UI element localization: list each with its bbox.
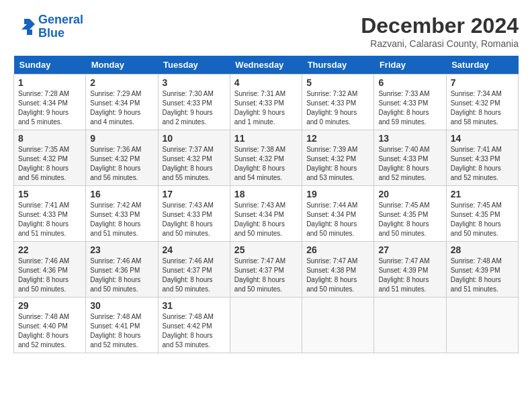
day-info: Sunrise: 7:29 AM Sunset: 4:34 PM Dayligh… xyxy=(90,89,153,127)
day-number: 23 xyxy=(90,244,153,255)
week-row-3: 22Sunrise: 7:46 AM Sunset: 4:36 PM Dayli… xyxy=(14,242,519,298)
day-number: 3 xyxy=(163,77,226,88)
day-number: 13 xyxy=(378,133,441,144)
day-info: Sunrise: 7:47 AM Sunset: 4:39 PM Dayligh… xyxy=(378,257,441,294)
calendar-cell: 7Sunrise: 7:34 AM Sunset: 4:32 PM Daylig… xyxy=(446,75,518,130)
calendar-cell: 4Sunrise: 7:31 AM Sunset: 4:33 PM Daylig… xyxy=(230,75,302,130)
logo: General Blue xyxy=(13,13,83,40)
day-number: 22 xyxy=(18,244,81,255)
day-number: 17 xyxy=(163,189,226,199)
calendar-cell: 20Sunrise: 7:45 AM Sunset: 4:35 PM Dayli… xyxy=(374,186,446,242)
day-number: 9 xyxy=(90,133,153,144)
day-number: 6 xyxy=(378,77,441,88)
calendar-cell: 6Sunrise: 7:33 AM Sunset: 4:33 PM Daylig… xyxy=(374,75,446,130)
calendar-cell: 11Sunrise: 7:38 AM Sunset: 4:32 PM Dayli… xyxy=(230,130,302,186)
day-number: 11 xyxy=(234,133,298,144)
day-info: Sunrise: 7:47 AM Sunset: 4:38 PM Dayligh… xyxy=(306,257,369,294)
day-info: Sunrise: 7:35 AM Sunset: 4:32 PM Dayligh… xyxy=(18,145,81,183)
week-row-2: 15Sunrise: 7:41 AM Sunset: 4:33 PM Dayli… xyxy=(14,186,519,242)
month-title: December 2024 xyxy=(361,13,519,38)
day-info: Sunrise: 7:33 AM Sunset: 4:33 PM Dayligh… xyxy=(378,89,441,127)
logo-text: General Blue xyxy=(38,13,83,40)
day-info: Sunrise: 7:45 AM Sunset: 4:35 PM Dayligh… xyxy=(378,201,441,238)
day-number: 29 xyxy=(18,300,81,311)
day-number: 28 xyxy=(451,244,514,255)
calendar-header-row: SundayMondayTuesdayWednesdayThursdayFrid… xyxy=(14,56,519,75)
day-info: Sunrise: 7:40 AM Sunset: 4:33 PM Dayligh… xyxy=(378,145,441,183)
day-info: Sunrise: 7:41 AM Sunset: 4:33 PM Dayligh… xyxy=(18,201,81,238)
week-row-0: 1Sunrise: 7:28 AM Sunset: 4:34 PM Daylig… xyxy=(14,75,519,130)
day-info: Sunrise: 7:41 AM Sunset: 4:33 PM Dayligh… xyxy=(451,145,514,183)
calendar-cell xyxy=(446,298,518,353)
day-info: Sunrise: 7:37 AM Sunset: 4:32 PM Dayligh… xyxy=(163,145,226,183)
calendar-cell: 25Sunrise: 7:47 AM Sunset: 4:37 PM Dayli… xyxy=(230,242,302,298)
day-number: 27 xyxy=(378,244,441,255)
calendar-cell: 9Sunrise: 7:36 AM Sunset: 4:32 PM Daylig… xyxy=(86,130,158,186)
day-number: 8 xyxy=(18,133,81,144)
calendar-cell: 1Sunrise: 7:28 AM Sunset: 4:34 PM Daylig… xyxy=(14,75,86,130)
calendar-cell: 16Sunrise: 7:42 AM Sunset: 4:33 PM Dayli… xyxy=(86,186,158,242)
calendar-cell: 14Sunrise: 7:41 AM Sunset: 4:33 PM Dayli… xyxy=(446,130,518,186)
calendar-cell: 8Sunrise: 7:35 AM Sunset: 4:32 PM Daylig… xyxy=(14,130,86,186)
day-number: 1 xyxy=(18,77,81,88)
day-number: 5 xyxy=(306,77,369,88)
calendar-cell: 18Sunrise: 7:43 AM Sunset: 4:34 PM Dayli… xyxy=(230,186,302,242)
calendar-cell: 28Sunrise: 7:48 AM Sunset: 4:39 PM Dayli… xyxy=(446,242,518,298)
weekday-header-sunday: Sunday xyxy=(14,56,86,75)
day-info: Sunrise: 7:36 AM Sunset: 4:32 PM Dayligh… xyxy=(90,145,153,183)
weekday-header-saturday: Saturday xyxy=(446,56,518,75)
day-info: Sunrise: 7:38 AM Sunset: 4:32 PM Dayligh… xyxy=(234,145,298,183)
calendar-cell: 12Sunrise: 7:39 AM Sunset: 4:32 PM Dayli… xyxy=(302,130,374,186)
day-number: 18 xyxy=(234,189,298,199)
calendar-cell xyxy=(302,298,374,353)
day-info: Sunrise: 7:46 AM Sunset: 4:36 PM Dayligh… xyxy=(18,257,81,294)
calendar-cell: 24Sunrise: 7:46 AM Sunset: 4:37 PM Dayli… xyxy=(158,242,230,298)
calendar-cell: 15Sunrise: 7:41 AM Sunset: 4:33 PM Dayli… xyxy=(14,186,86,242)
day-number: 31 xyxy=(163,300,226,311)
day-number: 7 xyxy=(451,77,514,88)
calendar-cell: 29Sunrise: 7:48 AM Sunset: 4:40 PM Dayli… xyxy=(14,298,86,353)
day-number: 30 xyxy=(90,300,153,311)
calendar-cell: 21Sunrise: 7:45 AM Sunset: 4:35 PM Dayli… xyxy=(446,186,518,242)
day-number: 12 xyxy=(306,133,369,144)
day-number: 14 xyxy=(451,133,514,144)
week-row-1: 8Sunrise: 7:35 AM Sunset: 4:32 PM Daylig… xyxy=(14,130,519,186)
calendar-cell xyxy=(374,298,446,353)
calendar-cell: 5Sunrise: 7:32 AM Sunset: 4:33 PM Daylig… xyxy=(302,75,374,130)
day-number: 20 xyxy=(378,189,441,199)
weekday-header-wednesday: Wednesday xyxy=(230,56,302,75)
day-info: Sunrise: 7:42 AM Sunset: 4:33 PM Dayligh… xyxy=(90,201,153,238)
day-info: Sunrise: 7:48 AM Sunset: 4:40 PM Dayligh… xyxy=(18,312,81,350)
weekday-header-monday: Monday xyxy=(86,56,158,75)
weekday-header-friday: Friday xyxy=(374,56,446,75)
weekday-header-tuesday: Tuesday xyxy=(158,56,230,75)
title-block: December 2024 Razvani, Calarasi County, … xyxy=(361,13,519,49)
calendar-cell: 22Sunrise: 7:46 AM Sunset: 4:36 PM Dayli… xyxy=(14,242,86,298)
day-info: Sunrise: 7:28 AM Sunset: 4:34 PM Dayligh… xyxy=(18,89,81,127)
day-number: 4 xyxy=(234,77,298,88)
day-info: Sunrise: 7:47 AM Sunset: 4:37 PM Dayligh… xyxy=(234,257,298,294)
day-info: Sunrise: 7:44 AM Sunset: 4:34 PM Dayligh… xyxy=(306,201,369,238)
weekday-header-thursday: Thursday xyxy=(302,56,374,75)
week-row-4: 29Sunrise: 7:48 AM Sunset: 4:40 PM Dayli… xyxy=(14,298,519,353)
day-number: 15 xyxy=(18,189,81,199)
page-header: General Blue December 2024 Razvani, Cala… xyxy=(13,13,519,49)
day-info: Sunrise: 7:48 AM Sunset: 4:42 PM Dayligh… xyxy=(163,312,226,350)
calendar-cell: 26Sunrise: 7:47 AM Sunset: 4:38 PM Dayli… xyxy=(302,242,374,298)
day-info: Sunrise: 7:32 AM Sunset: 4:33 PM Dayligh… xyxy=(306,89,369,127)
calendar-cell: 31Sunrise: 7:48 AM Sunset: 4:42 PM Dayli… xyxy=(158,298,230,353)
logo-icon xyxy=(13,16,35,38)
day-info: Sunrise: 7:48 AM Sunset: 4:41 PM Dayligh… xyxy=(90,312,153,350)
calendar-cell: 13Sunrise: 7:40 AM Sunset: 4:33 PM Dayli… xyxy=(374,130,446,186)
day-info: Sunrise: 7:43 AM Sunset: 4:34 PM Dayligh… xyxy=(234,201,298,238)
calendar-cell: 19Sunrise: 7:44 AM Sunset: 4:34 PM Dayli… xyxy=(302,186,374,242)
calendar-cell: 10Sunrise: 7:37 AM Sunset: 4:32 PM Dayli… xyxy=(158,130,230,186)
day-number: 19 xyxy=(306,189,369,199)
day-info: Sunrise: 7:31 AM Sunset: 4:33 PM Dayligh… xyxy=(234,89,298,127)
day-number: 16 xyxy=(90,189,153,199)
day-number: 24 xyxy=(163,244,226,255)
day-info: Sunrise: 7:30 AM Sunset: 4:33 PM Dayligh… xyxy=(163,89,226,127)
day-number: 26 xyxy=(306,244,369,255)
day-info: Sunrise: 7:34 AM Sunset: 4:32 PM Dayligh… xyxy=(451,89,514,127)
day-info: Sunrise: 7:43 AM Sunset: 4:33 PM Dayligh… xyxy=(163,201,226,238)
